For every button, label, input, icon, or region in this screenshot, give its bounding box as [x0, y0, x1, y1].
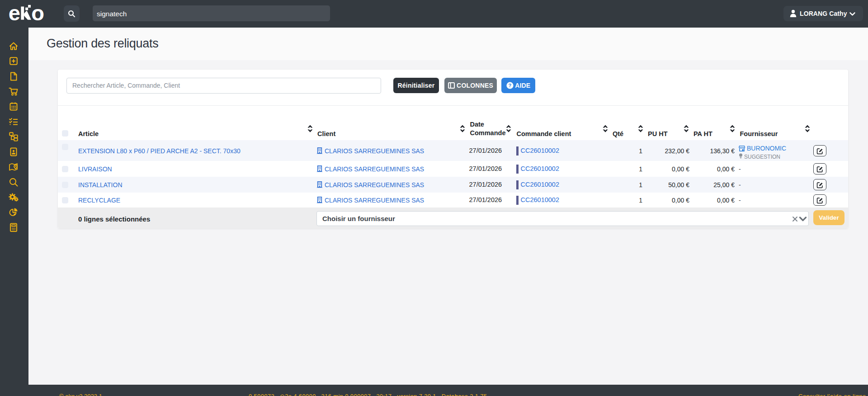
svg-text:o: o — [31, 1, 44, 23]
svg-text:e: e — [9, 1, 20, 23]
svg-text:?: ? — [508, 83, 511, 88]
